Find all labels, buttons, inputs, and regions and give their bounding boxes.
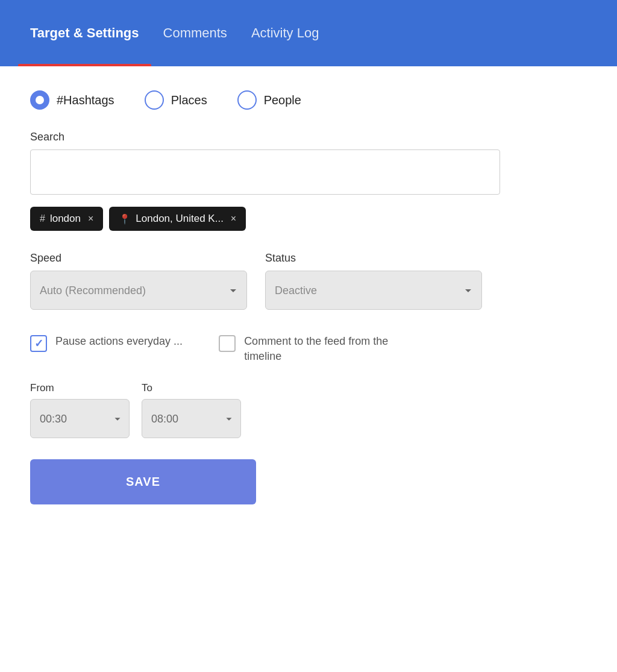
- speed-select[interactable]: Auto (Recommended) Slow Medium Fast: [30, 271, 247, 310]
- tag-place-remove[interactable]: ×: [231, 213, 236, 224]
- comment-feed-checkbox[interactable]: [219, 335, 236, 352]
- time-row: From 00:30 01:00 02:00 To 08:00 09:00 10…: [30, 382, 587, 438]
- radio-people-circle: [237, 90, 257, 110]
- tab-comments[interactable]: Comments: [151, 0, 239, 66]
- main-content: #Hashtags Places People Search # london …: [0, 66, 617, 672]
- to-select[interactable]: 08:00 09:00 10:00: [142, 399, 241, 438]
- tag-london-place: 📍 London, United K... ×: [109, 207, 246, 231]
- tab-bar: Target & Settings Comments Activity Log: [0, 0, 617, 66]
- to-field-group: To 08:00 09:00 10:00: [142, 382, 241, 438]
- comment-feed-option[interactable]: Comment to the feed from the timeline: [219, 334, 413, 364]
- radio-places[interactable]: Places: [145, 90, 207, 110]
- tag-place-text: London, United K...: [136, 213, 224, 225]
- speed-field-group: Speed Auto (Recommended) Slow Medium Fas…: [30, 252, 247, 310]
- from-field-group: From 00:30 01:00 02:00: [30, 382, 130, 438]
- status-field-group: Status Deactive Active: [265, 252, 482, 310]
- radio-places-circle: [145, 90, 164, 110]
- to-label: To: [142, 382, 241, 394]
- status-label: Status: [265, 252, 482, 265]
- speed-label: Speed: [30, 252, 247, 265]
- tab-target-settings[interactable]: Target & Settings: [18, 0, 151, 66]
- pause-actions-checkbox[interactable]: [30, 335, 47, 352]
- speed-status-row: Speed Auto (Recommended) Slow Medium Fas…: [30, 252, 587, 310]
- search-input[interactable]: [30, 149, 500, 195]
- pause-actions-label: Pause actions everyday ...: [55, 334, 183, 349]
- from-label: From: [30, 382, 130, 394]
- radio-hashtags[interactable]: #Hashtags: [30, 90, 114, 110]
- tag-hashtag-text: london: [50, 213, 81, 225]
- location-icon: 📍: [119, 213, 131, 225]
- search-label: Search: [30, 131, 587, 143]
- radio-people[interactable]: People: [237, 90, 301, 110]
- radio-people-label: People: [264, 93, 301, 107]
- pause-actions-option[interactable]: Pause actions everyday ...: [30, 334, 183, 352]
- checkboxes-row: Pause actions everyday ... Comment to th…: [30, 334, 587, 364]
- save-button[interactable]: SAVE: [30, 459, 256, 504]
- comment-feed-label: Comment to the feed from the timeline: [244, 334, 413, 364]
- radio-hashtags-circle: [30, 90, 49, 110]
- tag-hashtag-remove[interactable]: ×: [88, 213, 93, 224]
- tab-activity-log[interactable]: Activity Log: [239, 0, 331, 66]
- hashtag-icon: #: [40, 213, 45, 224]
- tag-london-hashtag: # london ×: [30, 207, 103, 231]
- radio-places-label: Places: [171, 93, 207, 107]
- from-select[interactable]: 00:30 01:00 02:00: [30, 399, 130, 438]
- radio-hashtags-label: #Hashtags: [57, 93, 114, 107]
- target-type-radio-group: #Hashtags Places People: [30, 90, 587, 110]
- status-select[interactable]: Deactive Active: [265, 271, 482, 310]
- tags-row: # london × 📍 London, United K... ×: [30, 207, 587, 231]
